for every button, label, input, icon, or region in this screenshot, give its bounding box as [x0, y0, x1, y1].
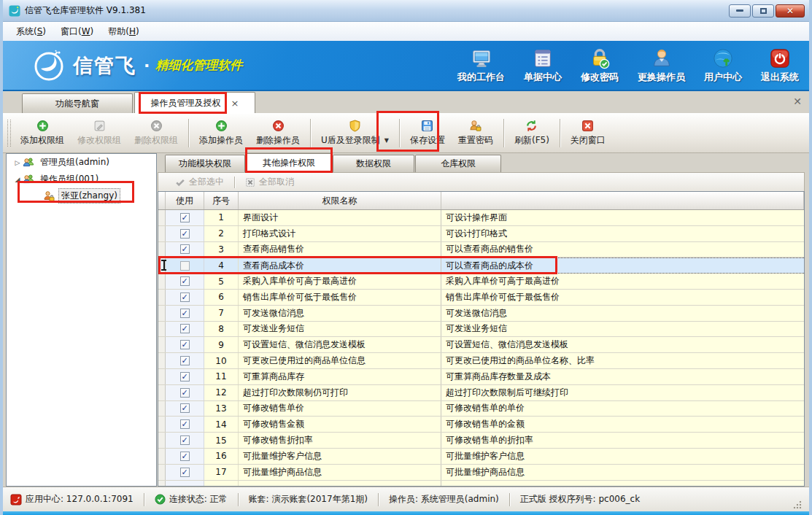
table-row[interactable]: ✓ 13 可修改销售单价 可修改销售单的单价: [158, 401, 804, 417]
perm-tab-module-perms[interactable]: 功能模块权限: [165, 155, 245, 172]
header-no[interactable]: 序号: [204, 192, 239, 209]
perm-checkbox[interactable]: ✓: [180, 324, 190, 333]
header-use[interactable]: 使用: [166, 192, 204, 209]
row-indicator: [158, 449, 166, 464]
perm-checkbox[interactable]: ✓: [180, 309, 190, 318]
restore-button[interactable]: [752, 4, 774, 18]
brand-logo-icon: [32, 49, 66, 82]
table-row[interactable]: ✓ 11 可重算商品库存 可重算商品库存数量及成本: [158, 369, 804, 385]
row-indicator: [158, 258, 166, 273]
toolbar-button-save-settings[interactable]: 保存设置: [403, 115, 452, 151]
toolbar: 添加权限组 修改权限组 删除权限组 添加操作员 删除操作员 U盾及登录限制▼ 保…: [3, 113, 809, 153]
tree-item-operator-group[interactable]: ◢ 操作员组(001): [7, 171, 156, 187]
table-row[interactable]: ✓ 6 销售出库单价可低于最低售价 销售出库单价可低于最低售价: [158, 290, 804, 306]
banner-action-user-center[interactable]: 用户中心: [704, 47, 742, 84]
expander-icon[interactable]: ▷: [12, 159, 23, 166]
header-desc[interactable]: [441, 192, 804, 209]
toolbar-button-edit-perm-group[interactable]: 修改权限组: [71, 115, 128, 151]
perm-name-cell: 打印格式设计: [239, 226, 441, 241]
toolbar-grip[interactable]: [7, 120, 11, 147]
table-row[interactable]: ✓ 1 界面设计 可设计操作界面: [158, 210, 804, 226]
close-button[interactable]: ✕: [776, 4, 805, 18]
menu-system[interactable]: 系统(S): [9, 23, 53, 41]
perm-tab-warehouse-perms[interactable]: 仓库权限: [415, 155, 501, 172]
toolbar-button-del-operator[interactable]: 删除操作员: [250, 115, 306, 151]
menu-window[interactable]: 窗口(W): [53, 23, 101, 41]
doc-tab-nav-window[interactable]: 功能导航窗: [22, 93, 133, 113]
tab-close-icon[interactable]: ×: [231, 98, 239, 109]
perm-checkbox[interactable]: ✓: [180, 229, 190, 239]
table-row[interactable]: ✓ 3 查看商品销售价 可以查看商品的销售价: [158, 242, 804, 258]
perm-tab-other-perms[interactable]: 其他操作权限: [246, 153, 332, 172]
table-row[interactable]: ✓ 7 可发送微信消息 可发送微信消息: [158, 306, 804, 322]
cancel-all-button[interactable]: 全部取消: [239, 174, 300, 190]
toolbar-button-add-operator[interactable]: 添加操作员: [193, 115, 250, 151]
expander-icon[interactable]: ◢: [12, 176, 23, 183]
banner-action-change-password[interactable]: 修改密码: [581, 47, 619, 84]
perm-checkbox[interactable]: [180, 261, 190, 271]
perm-checkbox[interactable]: ✓: [180, 340, 190, 349]
restore-icon: [760, 8, 767, 14]
perm-checkbox[interactable]: ✓: [180, 452, 190, 461]
table-row[interactable]: ✓ 16 可批量维护客户信息 可批量维护客户信息: [158, 449, 804, 465]
menu-help[interactable]: 帮助(H): [101, 23, 146, 41]
chevron-down-icon[interactable]: ▼: [384, 137, 389, 144]
header-name[interactable]: 权限名称: [239, 192, 441, 209]
toolbar-button-label: 删除操作员: [256, 134, 300, 147]
row-indicator: [158, 433, 166, 448]
switch-operator-icon: [651, 47, 673, 69]
content-panel: 功能模块权限 其他操作权限 数据权限 仓库权限 全部选中: [158, 153, 805, 487]
table-row[interactable]: ✓ 12 超过打印次数限制仍可打印 超过打印次数限制后可继续打印: [158, 385, 804, 401]
perm-checkbox[interactable]: ✓: [180, 403, 190, 413]
tab-area-close-icon[interactable]: ✕: [793, 96, 802, 107]
row-indicator: [158, 465, 166, 480]
tree-item-admin-group[interactable]: ▷ 管理员组(admin): [7, 154, 156, 171]
select-all-button[interactable]: 全部选中: [169, 174, 230, 190]
toolbar-button-add-perm-group[interactable]: 添加权限组: [14, 115, 71, 151]
table-row[interactable]: ✓ 5 采购入库单价可高于最高进价 采购入库单价可高于最高进价: [158, 274, 804, 290]
perm-tab-data-perms[interactable]: 数据权限: [333, 155, 414, 172]
banner-action-switch-operator[interactable]: 更换操作员: [638, 47, 685, 84]
table-row[interactable]: ✓ 8 可发送业务短信 可发送业务短信: [158, 322, 804, 338]
perm-checkbox[interactable]: ✓: [180, 293, 190, 302]
perm-checkbox[interactable]: ✓: [180, 419, 190, 429]
table-row[interactable]: ✓ 15 可修改销售折扣率 可修改销售单的折扣率: [158, 433, 804, 449]
minimize-button[interactable]: [729, 4, 751, 18]
perm-tab-label: 仓库权限: [441, 158, 476, 170]
doc-tab-operator-auth[interactable]: 操作员管理及授权 ×: [134, 92, 255, 113]
resize-grip[interactable]: [793, 500, 802, 509]
tree-item-operator-zhangy[interactable]: 张亚(zhangy): [7, 187, 156, 204]
banner-action-my-workbench[interactable]: 我的工作台: [457, 47, 505, 84]
perm-checkbox[interactable]: ✓: [180, 356, 190, 365]
status-app-center: 应用中心: 127.0.0.1:7091: [10, 493, 134, 506]
table-row-partial: [158, 481, 804, 487]
table-row[interactable]: ✓ 10 可更改已使用过的商品单位信息 可更改已使用过的商品单位名称、比率: [158, 353, 804, 369]
table-row[interactable]: ✓ 17 可批量维护商品信息 可批量维护商品信息: [158, 465, 804, 481]
table-row[interactable]: ✓ 14 可修改销售金额 可修改销售单的金额: [158, 417, 804, 433]
perm-desc-cell: 可以查看商品的销售价: [441, 242, 804, 258]
toolbar-button-reset-password[interactable]: 重置密码: [452, 115, 500, 151]
table-row[interactable]: ✓ 2 打印格式设计 可设计打印格式: [158, 226, 804, 242]
perm-checkbox[interactable]: ✓: [180, 244, 190, 254]
perm-desc-cell: 可重算商品库存数量及成本: [441, 369, 804, 384]
toolbar-button-close-window[interactable]: 关闭窗口: [564, 115, 612, 151]
toolbar-button-del-perm-group[interactable]: 删除权限组: [128, 115, 185, 151]
perm-checkbox[interactable]: ✓: [180, 468, 190, 477]
doc-tab-label: 操作员管理及授权: [151, 97, 221, 109]
perm-checkbox[interactable]: ✓: [180, 435, 190, 445]
table-row[interactable]: ✓ 9 可设置短信、微信消息发送模板 可设置短信、微信消息发送模板: [158, 337, 804, 353]
row-indicator: [158, 242, 166, 258]
perm-checkbox[interactable]: ✓: [180, 213, 190, 222]
brand-name: 信管飞: [73, 53, 136, 79]
banner-action-exit-system[interactable]: 退出系统: [761, 47, 799, 84]
perm-checkbox[interactable]: ✓: [180, 388, 190, 398]
table-header: 使用 序号 权限名称: [158, 192, 804, 210]
toolbar-button-refresh[interactable]: 刷新(F5): [508, 115, 556, 151]
header-indicator: [158, 192, 166, 209]
toolbar-button-ukey-login-limit[interactable]: U盾及登录限制▼: [314, 115, 395, 151]
table-row[interactable]: 4 查看商品成本价 可以查看商品的成本价: [158, 258, 804, 274]
perm-checkbox[interactable]: ✓: [180, 276, 190, 286]
doc-tab-label: 功能导航窗: [55, 98, 99, 110]
banner-action-document-center[interactable]: 单据中心: [524, 47, 562, 84]
perm-checkbox[interactable]: ✓: [180, 372, 190, 382]
